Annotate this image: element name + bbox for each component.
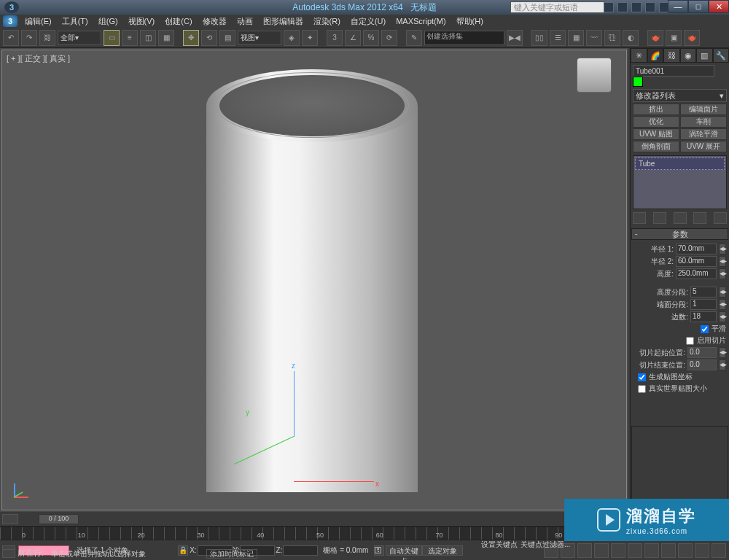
nav-maximize-icon[interactable]	[712, 543, 726, 558]
remove-modifier-icon[interactable]	[693, 212, 706, 224]
undo-icon[interactable]: ↶	[3, 30, 19, 46]
spinner-arrows-icon[interactable]: ◂▸	[719, 299, 726, 310]
nav-zoom-icon[interactable]	[644, 543, 659, 558]
show-end-result-icon[interactable]	[653, 212, 666, 224]
menu-grapheditors[interactable]: 图形编辑器	[259, 16, 308, 27]
curve-editor-icon[interactable]: 〰	[586, 30, 602, 46]
menu-views[interactable]: 视图(V)	[124, 16, 160, 27]
stack-item-tube[interactable]: Tube	[635, 158, 725, 170]
tab-create-icon[interactable]: ✳	[631, 48, 647, 63]
percent-snap-icon[interactable]: %	[363, 30, 379, 46]
selection-set-status[interactable]: 选定对象	[422, 545, 463, 556]
menu-tools[interactable]: 工具(T)	[58, 16, 93, 27]
smooth-checkbox[interactable]	[701, 325, 709, 333]
spinner-arrows-icon[interactable]: ◂▸	[719, 311, 726, 322]
menu-create[interactable]: 创建(C)	[160, 16, 196, 27]
next-frame-icon[interactable]	[594, 543, 609, 558]
mod-btn-lathe[interactable]: 车削	[680, 116, 727, 128]
realworld-checkbox[interactable]	[638, 385, 646, 393]
window-crossing-icon[interactable]: ▦	[158, 30, 174, 46]
mod-btn-turbosmooth[interactable]: 涡轮平滑	[680, 128, 727, 140]
object-name-input[interactable]	[633, 65, 714, 77]
mod-btn-extrude[interactable]: 挤出	[633, 104, 679, 115]
spinner-arrows-icon[interactable]: ◂▸	[719, 287, 726, 298]
nav-orbit-icon[interactable]	[695, 543, 709, 558]
render-frame-icon[interactable]: ▣	[666, 30, 682, 46]
refcoord-dropdown[interactable]: 视图 ▾	[238, 31, 281, 45]
select-object-icon[interactable]: ▭	[104, 30, 120, 46]
menu-edit[interactable]: 编辑(E)	[20, 16, 56, 27]
time-slider[interactable]: 0 / 100	[0, 512, 628, 526]
nav-zoomext-icon[interactable]	[661, 543, 676, 558]
play-icon[interactable]	[577, 543, 592, 558]
tab-hierarchy-icon[interactable]: ⛓	[663, 48, 680, 63]
mod-btn-bevelprofile[interactable]: 倒角剖面	[633, 141, 679, 152]
configure-sets-icon[interactable]	[714, 212, 727, 224]
radius1-spinner[interactable]: 70.0mm	[676, 244, 717, 254]
menu-rendering[interactable]: 渲染(R)	[309, 16, 345, 27]
pin-stack-icon[interactable]	[633, 212, 646, 224]
snap-toggle-icon[interactable]: 3	[327, 30, 343, 46]
material-editor-icon[interactable]: ◐	[623, 30, 639, 46]
spinner-arrows-icon[interactable]: ◂▸	[719, 244, 726, 254]
modifier-list-dropdown[interactable]: 修改器列表▾	[633, 89, 727, 102]
keymode-icon[interactable]: ⚿	[374, 545, 384, 556]
viewcube-icon[interactable]	[577, 58, 612, 93]
spinner-arrows-icon[interactable]: ◂▸	[719, 268, 726, 279]
slice-on-checkbox[interactable]	[686, 337, 694, 345]
nav-pan-icon[interactable]	[628, 543, 642, 558]
modifier-stack[interactable]: Tube	[633, 155, 727, 209]
mod-btn-optimize[interactable]: 优化	[633, 116, 679, 128]
spinner-arrows-icon[interactable]: ◂▸	[719, 256, 726, 267]
named-selection-set-dropdown[interactable]: 创建选择集	[424, 31, 504, 45]
menu-customize[interactable]: 自定义(U)	[346, 16, 390, 27]
application-menu-icon[interactable]: 3	[3, 15, 17, 27]
select-region-icon[interactable]: ◫	[140, 30, 156, 46]
render-setup-icon[interactable]: 🫖	[647, 30, 663, 46]
tab-utilities-icon[interactable]: 🔧	[713, 48, 730, 63]
layer-manager-icon[interactable]: ☰	[550, 30, 566, 46]
spinner-snap-icon[interactable]: ⟳	[381, 30, 397, 46]
menu-animation[interactable]: 动画	[233, 16, 257, 27]
track-bar[interactable]: 01020 304050 607080 90100	[0, 526, 628, 540]
tab-motion-icon[interactable]: ◉	[680, 48, 697, 63]
height-spinner[interactable]: 250.0mm	[676, 268, 717, 279]
tab-display-icon[interactable]: ▥	[696, 48, 713, 63]
maximize-button[interactable]: □	[688, 0, 709, 13]
nav-fov-icon[interactable]	[678, 543, 693, 558]
transform-z-input[interactable]	[283, 545, 318, 556]
sides-spinner[interactable]: 18	[690, 311, 717, 322]
select-scale-icon[interactable]: ▤	[219, 30, 235, 46]
autokey-button[interactable]: 自动关键点	[386, 545, 422, 556]
capseg-spinner[interactable]: 1	[690, 299, 717, 310]
heightseg-spinner[interactable]: 5	[690, 287, 717, 298]
menu-group[interactable]: 组(G)	[94, 16, 122, 27]
favorites-icon[interactable]	[645, 2, 655, 12]
link-icon[interactable]: ⛓	[39, 30, 55, 46]
prompt-toggle-icon[interactable]	[2, 549, 15, 558]
select-manipulate-icon[interactable]: ✦	[302, 30, 318, 46]
timeslider-mode-icon[interactable]	[2, 514, 18, 524]
time-slider-handle[interactable]: 0 / 100	[39, 514, 79, 524]
help-search-input[interactable]: 键入关键字或短语	[510, 1, 605, 13]
menu-help[interactable]: 帮助(H)	[452, 16, 488, 27]
gen-mapping-checkbox[interactable]	[638, 373, 646, 381]
angle-snap-icon[interactable]: ∠	[345, 30, 361, 46]
close-button[interactable]: ✕	[709, 0, 729, 13]
make-unique-icon[interactable]	[674, 212, 687, 224]
graphite-tools-icon[interactable]: ▦	[568, 30, 584, 46]
menu-modifiers[interactable]: 修改器	[198, 16, 231, 27]
select-move-icon[interactable]: ✥	[183, 30, 199, 46]
viewport-orthographic[interactable]: [ + ][ 正交 ][ 真实 ] zxy	[1, 50, 627, 510]
goto-end-icon[interactable]	[611, 543, 625, 558]
viewport-label[interactable]: [ + ][ 正交 ][ 真实 ]	[7, 53, 70, 64]
render-production-icon[interactable]: 🫖	[684, 30, 700, 46]
mod-btn-uvwmap[interactable]: UVW 贴图	[633, 128, 679, 140]
rollout-parameters-header[interactable]: -参数	[631, 228, 728, 240]
mod-btn-uvwunwrap[interactable]: UVW 展开	[680, 141, 727, 152]
add-time-tag-button[interactable]: 添加时间标记	[206, 549, 257, 559]
keyfilters-button[interactable]: 关键点过滤器...	[521, 540, 576, 550]
setkey-button[interactable]: 设置关键点	[481, 540, 518, 550]
scene-object-tube[interactable]	[206, 62, 418, 507]
edit-selection-set-icon[interactable]: ✎	[406, 30, 422, 46]
